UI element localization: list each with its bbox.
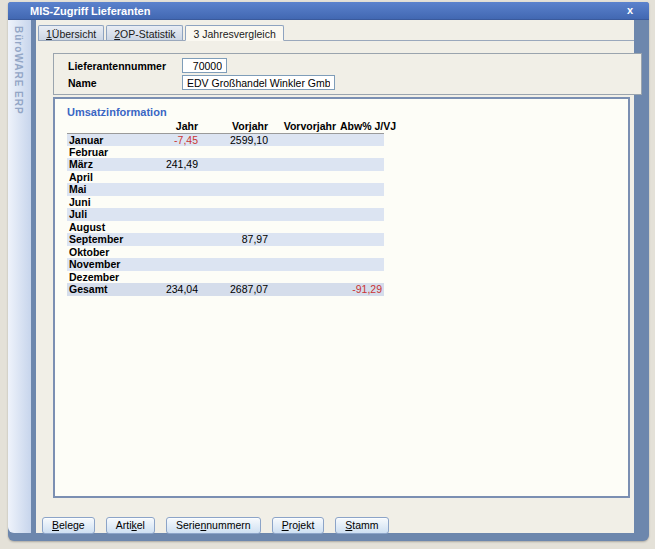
value-cell: 2687,07	[200, 283, 270, 296]
name-label: Name	[68, 77, 168, 89]
name-field[interactable]	[182, 75, 335, 90]
table-row: August	[67, 221, 384, 234]
col-header-vorjahr: Vorjahr	[200, 120, 270, 133]
value-cell: 241,49	[130, 158, 200, 171]
value-cell	[270, 146, 338, 159]
month-cell: Februar	[67, 146, 130, 159]
belege-button[interactable]: Belege	[42, 517, 95, 534]
supplier-form-group: Lieferantennummer Name	[53, 53, 642, 95]
tab-jahresvergleich[interactable]: 3 Jahresvergleich	[185, 25, 283, 41]
value-cell	[338, 196, 384, 209]
month-cell: Oktober	[67, 246, 130, 259]
close-icon[interactable]: x	[623, 4, 637, 16]
brand-logo-text: BüroWARE ERP	[8, 20, 24, 115]
value-cell: 2599,10	[200, 133, 270, 146]
table-row: Juni	[67, 196, 384, 209]
col-header-month	[67, 120, 130, 133]
month-cell: März	[67, 158, 130, 171]
table-row: März241,49	[67, 158, 384, 171]
value-cell	[200, 146, 270, 159]
button-label-part: nummern	[206, 519, 250, 531]
value-cell	[200, 271, 270, 284]
table-row: September87,97	[67, 233, 384, 246]
tab-label-part: Übersicht	[52, 28, 96, 40]
projekt-button[interactable]: Projekt	[272, 517, 325, 534]
value-cell	[338, 221, 384, 234]
month-cell: April	[67, 171, 130, 184]
tab-op-statistik[interactable]: 2 OP-Statistik	[106, 25, 183, 40]
table-header-row: Jahr Vorjahr Vorvorjahr Abw% J/VJ	[67, 120, 384, 133]
month-cell: Juni	[67, 196, 130, 209]
month-cell: Dezember	[67, 271, 130, 284]
value-cell	[338, 271, 384, 284]
value-cell	[270, 246, 338, 259]
value-cell	[338, 258, 384, 271]
value-cell	[338, 208, 384, 221]
value-cell	[338, 133, 384, 146]
value-cell	[200, 183, 270, 196]
footer-button-bar: Belege Artikel Seriennummern Projekt Sta…	[42, 516, 389, 534]
tab-uebersicht[interactable]: 1 Übersicht	[38, 25, 104, 40]
button-label-part: Arti	[116, 519, 132, 531]
value-cell	[270, 258, 338, 271]
value-cell	[200, 171, 270, 184]
value-cell	[338, 158, 384, 171]
value-cell	[130, 233, 200, 246]
value-cell	[130, 271, 200, 284]
titlebar[interactable]: MIS-Zugriff Lieferanten x	[8, 2, 649, 20]
window-title: MIS-Zugriff Lieferanten	[30, 5, 150, 17]
table-row: Februar	[67, 146, 384, 159]
umsatz-panel: Umsatzinformation Jahr Vorjahr Vorvorjah…	[53, 97, 630, 498]
month-cell: Gesamt	[67, 283, 130, 296]
form-row-number: Lieferantennummer	[68, 58, 168, 73]
col-header-vorvorjahr: Vorvorjahr	[270, 120, 338, 133]
stamm-button[interactable]: Stamm	[335, 517, 388, 534]
value-cell	[338, 146, 384, 159]
value-cell	[270, 208, 338, 221]
value-cell	[270, 158, 338, 171]
value-cell	[270, 183, 338, 196]
month-cell: August	[67, 221, 130, 234]
button-mnemonic: P	[282, 519, 289, 531]
value-cell	[130, 208, 200, 221]
table-row: Mai	[67, 183, 384, 196]
button-mnemonic: B	[52, 519, 59, 531]
value-cell	[200, 221, 270, 234]
button-label-part: rojekt	[289, 519, 315, 531]
value-cell	[200, 208, 270, 221]
button-label-part: el	[137, 519, 145, 531]
value-cell	[130, 221, 200, 234]
value-cell	[200, 158, 270, 171]
value-cell	[130, 171, 200, 184]
lieferantennummer-field[interactable]	[182, 58, 227, 73]
table-row: Gesamt234,042687,07-91,29	[67, 283, 384, 296]
value-cell	[200, 258, 270, 271]
value-cell	[270, 196, 338, 209]
col-header-jahr: Jahr	[130, 120, 200, 133]
umsatz-table: Jahr Vorjahr Vorvorjahr Abw% J/VJ Januar…	[67, 120, 384, 296]
button-mnemonic: S	[345, 519, 352, 531]
table-row: Januar-7,452599,10	[67, 133, 384, 146]
tab-label-part: OP-Statistik	[120, 28, 175, 40]
tab-bar: 1 Übersicht 2 OP-Statistik 3 Jahresvergl…	[38, 25, 634, 41]
seriennummern-button[interactable]: Seriennummern	[166, 517, 261, 534]
button-label-part: elege	[59, 519, 85, 531]
tab-page-content: 1 Übersicht 2 OP-Statistik 3 Jahresvergl…	[36, 20, 634, 533]
value-cell	[338, 171, 384, 184]
artikel-button[interactable]: Artikel	[106, 517, 155, 534]
value-cell	[270, 283, 338, 296]
value-cell	[130, 183, 200, 196]
value-cell	[130, 196, 200, 209]
value-cell	[270, 271, 338, 284]
value-cell	[270, 233, 338, 246]
value-cell	[130, 246, 200, 259]
month-cell: November	[67, 258, 130, 271]
table-row: Dezember	[67, 271, 384, 284]
value-cell	[200, 196, 270, 209]
table-row: November	[67, 258, 384, 271]
value-cell: -91,29	[338, 283, 384, 296]
month-cell: Mai	[67, 183, 130, 196]
value-cell	[130, 258, 200, 271]
value-cell: -7,45	[130, 133, 200, 146]
month-cell: September	[67, 233, 130, 246]
